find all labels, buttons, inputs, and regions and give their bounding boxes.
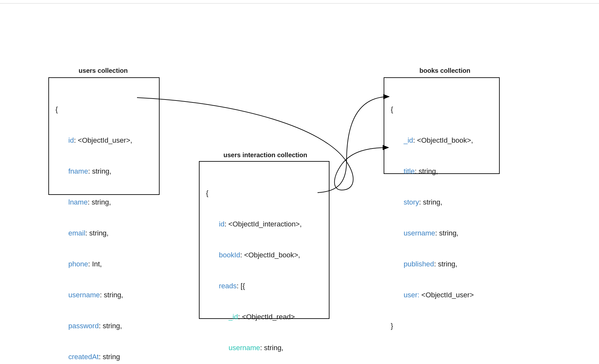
field-key: id bbox=[68, 136, 74, 144]
field-key: user: bbox=[404, 291, 419, 299]
field-type: : string, bbox=[435, 229, 458, 237]
field-type: : string, bbox=[415, 167, 438, 175]
field-type: : string, bbox=[100, 291, 123, 299]
field-type: : string, bbox=[88, 198, 111, 206]
panel-users: { id: <ObjectId_user>, fname: string, ln… bbox=[48, 77, 160, 195]
panel-interaction: { id: <ObjectId_interaction>, bookId: <O… bbox=[199, 161, 329, 319]
field-type: : Int, bbox=[88, 260, 102, 268]
brace-open: { bbox=[391, 104, 493, 115]
panel-title-books: books collection bbox=[409, 67, 480, 74]
diagram-canvas: users collection users interaction colle… bbox=[0, 0, 599, 364]
field-type: : string, bbox=[260, 344, 283, 352]
brace-close: } bbox=[391, 321, 493, 331]
brace-open: { bbox=[55, 104, 152, 115]
field-type: : string, bbox=[85, 229, 109, 237]
field-type: : [{ bbox=[237, 282, 245, 290]
field-key: _id bbox=[229, 313, 238, 321]
field-key: reads bbox=[219, 282, 237, 290]
brace-open: { bbox=[206, 188, 322, 198]
field-key: phone bbox=[68, 260, 88, 268]
field-type: : string bbox=[99, 353, 120, 361]
field-type: : <ObjectId_read> bbox=[238, 313, 295, 321]
panel-title-interaction: users interaction collection bbox=[215, 151, 315, 159]
field-key: createdAt bbox=[68, 353, 99, 361]
panel-title-users: users collection bbox=[68, 67, 139, 74]
field-type: : string, bbox=[99, 322, 122, 330]
field-type: : <ObjectId_interaction>, bbox=[224, 220, 302, 228]
field-key: username bbox=[229, 344, 260, 352]
field-key: username bbox=[68, 291, 100, 299]
field-key: username bbox=[404, 229, 435, 237]
field-type: : string, bbox=[88, 167, 111, 175]
field-type: : <ObjectId_book>, bbox=[413, 136, 473, 144]
field-type: : <ObjectId_book>, bbox=[240, 251, 300, 259]
field-type: : <ObjectId_user>, bbox=[74, 136, 132, 144]
panel-books: { _id: <ObjectId_book>, title: string, s… bbox=[384, 77, 500, 174]
field-key: lname bbox=[68, 198, 88, 206]
field-key: id bbox=[219, 220, 224, 228]
field-key: published bbox=[404, 260, 434, 268]
field-type: : string, bbox=[434, 260, 457, 268]
field-key: story bbox=[404, 198, 419, 206]
field-type: <ObjectId_user> bbox=[419, 291, 474, 299]
field-key: _id bbox=[404, 136, 413, 144]
field-key: email bbox=[68, 229, 85, 237]
field-key: bookId bbox=[219, 251, 240, 259]
field-key: password bbox=[68, 322, 99, 330]
field-type: : string, bbox=[419, 198, 442, 206]
field-key: fname bbox=[68, 167, 88, 175]
field-key: title bbox=[404, 167, 415, 175]
